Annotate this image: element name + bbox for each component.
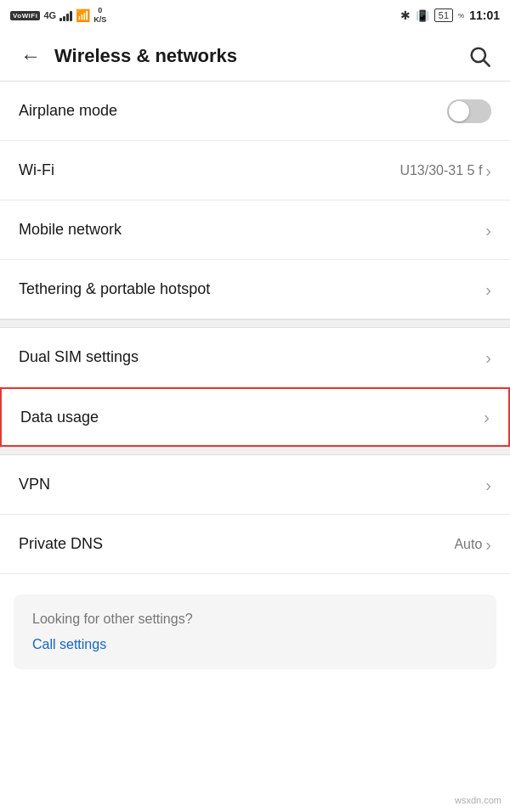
mobile-network-chevron-icon: › — [485, 222, 491, 239]
signal-bar-2 — [63, 16, 65, 21]
speed-unit: K/S — [94, 15, 106, 25]
vpn-chevron-icon: › — [485, 476, 491, 493]
private-dns-right: Auto › — [454, 536, 491, 553]
airplane-mode-label: Airplane mode — [19, 102, 117, 120]
dual-sim-chevron-icon: › — [485, 349, 491, 366]
tethering-right: › — [485, 281, 491, 298]
vowifi-badge: VoWiFi — [10, 11, 40, 20]
back-button[interactable]: ← — [14, 39, 48, 73]
private-dns-item[interactable]: Private DNS Auto › — [0, 515, 510, 574]
settings-list: Airplane mode Wi-Fi U13/30-31 5 f › Mobi… — [0, 82, 510, 574]
battery-percent-icon: % — [458, 12, 464, 20]
wifi-chevron-icon: › — [485, 162, 491, 179]
tethering-item[interactable]: Tethering & portable hotspot › — [0, 260, 510, 319]
clock: 11:01 — [469, 8, 500, 22]
toggle-knob — [449, 101, 469, 121]
app-bar: ← Wireless & networks — [0, 31, 510, 82]
data-usage-right: › — [484, 409, 490, 426]
signal-bar-3 — [66, 14, 69, 21]
vibrate-icon: 📳 — [416, 9, 429, 22]
dual-sim-label: Dual SIM settings — [19, 348, 139, 366]
data-usage-label: Data usage — [20, 409, 99, 426]
vpn-label: VPN — [19, 476, 50, 493]
mobile-network-label: Mobile network — [19, 221, 122, 239]
private-dns-chevron-icon: › — [485, 536, 491, 553]
section-divider-1 — [0, 319, 510, 328]
watermark: wsxdn.com — [455, 795, 502, 805]
mobile-network-item[interactable]: Mobile network › — [0, 200, 510, 260]
wifi-item[interactable]: Wi-Fi U13/30-31 5 f › — [0, 141, 510, 200]
other-settings-card: Looking for other settings? Call setting… — [14, 595, 496, 669]
airplane-mode-item[interactable]: Airplane mode — [0, 82, 510, 141]
airplane-mode-toggle[interactable] — [447, 99, 491, 123]
wifi-label: Wi-Fi — [19, 161, 54, 179]
wifi-right: U13/30-31 5 f › — [400, 162, 491, 179]
vpn-right: › — [485, 476, 491, 493]
search-icon — [468, 44, 491, 68]
signal-bar-1 — [60, 18, 62, 21]
speed-indicator: 0 K/S — [94, 6, 106, 25]
network-type: 4G — [43, 10, 56, 20]
vpn-item[interactable]: VPN › — [0, 455, 510, 515]
back-arrow-icon: ← — [20, 44, 41, 68]
dual-sim-item[interactable]: Dual SIM settings › — [0, 328, 510, 387]
bluetooth-icon: ✱ — [400, 8, 411, 22]
speed-value: 0 — [94, 6, 106, 15]
page-title: Wireless & networks — [54, 45, 462, 67]
data-usage-chevron-icon: › — [484, 409, 490, 426]
other-settings-title: Looking for other settings? — [32, 612, 478, 627]
call-settings-link[interactable]: Call settings — [32, 637, 478, 652]
data-usage-item[interactable]: Data usage › — [0, 387, 510, 447]
tethering-chevron-icon: › — [485, 281, 491, 298]
wifi-status-icon: 📶 — [76, 8, 90, 22]
mobile-network-right: › — [485, 222, 491, 239]
status-bar: VoWiFi 4G 📶 0 K/S ✱ 📳 51 % 11:01 — [0, 0, 510, 31]
tethering-label: Tethering & portable hotspot — [19, 280, 210, 298]
section-divider-2 — [0, 447, 510, 455]
signal-bars-icon — [60, 9, 72, 21]
battery-icon: 51 — [434, 8, 453, 22]
signal-bar-4 — [70, 11, 72, 21]
wifi-value: U13/30-31 5 f — [400, 163, 482, 178]
private-dns-value: Auto — [454, 537, 482, 552]
status-bar-right: ✱ 📳 51 % 11:01 — [400, 8, 500, 22]
dual-sim-right: › — [485, 349, 491, 366]
status-bar-left: VoWiFi 4G 📶 0 K/S — [10, 6, 106, 25]
svg-line-1 — [484, 60, 489, 65]
private-dns-label: Private DNS — [19, 535, 103, 553]
search-button[interactable] — [462, 39, 496, 73]
